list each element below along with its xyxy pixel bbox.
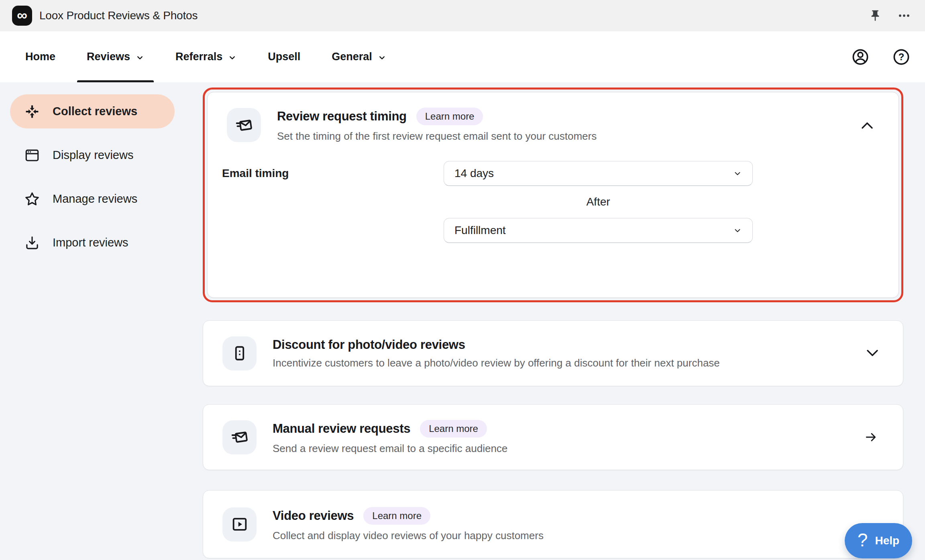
- browser-window-icon: [24, 147, 41, 164]
- chevron-down-icon: [733, 226, 742, 235]
- icon-tile: [227, 108, 261, 142]
- sidebar-item-display-reviews[interactable]: Display reviews: [10, 138, 175, 172]
- expand-button[interactable]: [863, 346, 882, 360]
- tab-upsell[interactable]: Upsell: [268, 31, 300, 82]
- send-email-icon: [235, 116, 253, 134]
- chevron-down-icon: [733, 169, 742, 178]
- card-subtitle: Set the timing of the first review reque…: [277, 130, 597, 143]
- trigger-select[interactable]: Fulfillment: [444, 218, 753, 243]
- email-timing-form: Email timing 14 days After Fulfillment: [208, 161, 899, 243]
- video-reviews-card[interactable]: Video reviews Learn more Collect and dis…: [203, 490, 903, 558]
- learn-more-badge[interactable]: Learn more: [363, 507, 430, 525]
- trigger-select-value: Fulfillment: [454, 224, 506, 237]
- ticket-icon: [230, 344, 249, 362]
- chevron-down-icon: [228, 53, 236, 62]
- manual-review-requests-card[interactable]: Manual review requests Learn more Send a…: [203, 404, 903, 470]
- app-title: Loox Product Reviews & Photos: [39, 9, 198, 22]
- card-title: Video reviews: [273, 509, 354, 523]
- collect-reviews-content: Review request timing Learn more Set the…: [203, 88, 903, 558]
- card-title: Manual review requests: [273, 422, 410, 436]
- timing-select-value: 14 days: [454, 167, 494, 180]
- collect-arrows-icon: [24, 103, 41, 120]
- app-title-bar: ∞ Loox Product Reviews & Photos: [0, 0, 925, 31]
- chevron-down-icon: [866, 349, 879, 357]
- import-download-icon: [24, 234, 41, 251]
- icon-tile: [222, 336, 257, 371]
- send-email-icon: [230, 428, 249, 446]
- help-fab-button[interactable]: ? Help: [845, 523, 912, 558]
- card-title: Discount for photo/video reviews: [273, 338, 465, 352]
- learn-more-badge[interactable]: Learn more: [416, 108, 483, 125]
- sidebar-item-collect-reviews[interactable]: Collect reviews: [10, 94, 175, 128]
- sidebar-item-label: Collect reviews: [53, 105, 137, 118]
- discount-card[interactable]: Discount for photo/video reviews Incenti…: [203, 320, 903, 386]
- more-dots-icon[interactable]: [895, 9, 913, 22]
- review-request-timing-card: Review request timing Learn more Set the…: [207, 92, 899, 298]
- sidebar-item-manage-reviews[interactable]: Manage reviews: [10, 182, 175, 216]
- account-icon[interactable]: [851, 48, 870, 66]
- card-subtitle: Collect and display video reviews of you…: [273, 529, 544, 542]
- timing-select[interactable]: 14 days: [444, 161, 753, 186]
- email-timing-label: Email timing: [222, 167, 444, 180]
- help-circle-icon[interactable]: ?: [892, 48, 911, 66]
- sidebar-item-label: Display reviews: [53, 149, 133, 162]
- tab-referrals[interactable]: Referrals: [175, 31, 236, 82]
- page-body: Collect reviews Display reviews Manage r…: [0, 82, 925, 560]
- svg-text:?: ?: [899, 51, 905, 62]
- highlight-ring: Review request timing Learn more Set the…: [203, 88, 903, 302]
- collapse-button[interactable]: [857, 117, 878, 133]
- sidebar-item-label: Manage reviews: [53, 192, 137, 206]
- sidebar-item-label: Import reviews: [53, 236, 128, 249]
- icon-tile: [222, 420, 257, 454]
- arrow-right-icon: [863, 431, 879, 444]
- open-button[interactable]: [860, 428, 882, 447]
- sidebar-item-import-reviews[interactable]: Import reviews: [10, 226, 175, 260]
- chevron-down-icon: [136, 53, 144, 62]
- loox-infinity-logo: ∞: [12, 6, 32, 26]
- after-connector-label: After: [444, 186, 753, 218]
- tab-general[interactable]: General: [332, 31, 386, 82]
- video-player-icon: [230, 515, 249, 534]
- star-icon: [24, 191, 41, 208]
- tab-reviews[interactable]: Reviews: [87, 31, 144, 82]
- reviews-sidebar: Collect reviews Display reviews Manage r…: [10, 94, 175, 269]
- infinity-glyph: ∞: [17, 8, 27, 22]
- card-title: Review request timing: [277, 109, 407, 124]
- main-nav: Home Reviews Referrals Upsell General ?: [0, 31, 925, 82]
- icon-tile: [222, 507, 257, 542]
- question-mark-icon: ?: [858, 531, 868, 549]
- chevron-down-icon: [378, 53, 386, 62]
- card-subtitle: Send a review request email to a specifi…: [273, 442, 507, 455]
- chevron-up-icon: [861, 121, 874, 129]
- learn-more-badge[interactable]: Learn more: [420, 420, 487, 438]
- tab-home[interactable]: Home: [25, 31, 55, 82]
- card-subtitle: Incentivize customers to leave a photo/v…: [273, 357, 720, 369]
- pin-icon[interactable]: [869, 9, 882, 22]
